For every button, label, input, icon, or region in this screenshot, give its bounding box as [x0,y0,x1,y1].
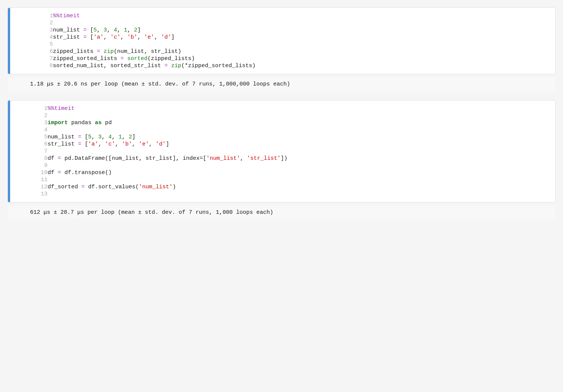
code-token: = [117,56,127,62]
notebook-cell-1[interactable]: 1%%timeit23num_list = [5, 3, 4, 1, 2]4st… [8,8,555,74]
code-token: str_list [48,141,75,147]
code-token: ) [173,184,176,190]
line-number: 8 [16,62,53,69]
code-token: , [104,34,110,41]
code-content [48,191,549,198]
line-number: 5 [16,41,53,48]
code-token: = [93,48,104,55]
line-number: 4 [16,126,48,134]
code-token: 4 [108,134,112,140]
code-line-row: 13 [16,191,549,198]
code-token: , [117,27,124,33]
code-token: [ [90,27,93,33]
line-number: 6 [16,141,48,148]
code-token: sorted_num_list, sorted_str_list [53,63,161,69]
code-token: ] [137,27,141,33]
line-number: 10 [16,169,48,176]
code-content: str_list = ['a', 'c', 'b', 'e', 'd'] [48,141,549,148]
code-line-row: 4 [16,126,549,134]
code-token: = [75,141,85,147]
line-number: 1 [16,12,53,20]
code-content: df = df.transpose() [48,169,549,176]
code-content [48,148,549,155]
code-token: = [75,134,85,140]
code-content: zipped_sorted_lists = sorted(zipped_list… [53,55,549,62]
notebook-cell-2[interactable]: 1%%timeit23import pandas as pd45num_list… [8,100,555,203]
code-token: sorted [127,56,148,62]
code-content: %%timeit [48,105,549,112]
code-content [53,20,549,27]
code-token: , [149,141,156,147]
code-token: pd [102,120,112,126]
code-token: 'b' [127,34,137,41]
cell-output-2: 612 μs ± 28.7 μs per loop (mean ± std. d… [8,206,555,219]
code-token: , [120,34,127,41]
code-token: ] [166,141,169,147]
code-token: , [102,134,108,140]
code-token: , [132,141,139,147]
line-number: 13 [16,191,48,198]
code-line-row: 3import pandas as pd [16,119,549,126]
line-number: 7 [16,55,53,62]
code-line-row: 12df_sorted = df.sort_values('num_list') [16,183,549,191]
code-content: %%timeit [53,12,549,20]
code-token: pd.DataFrame([num_list, str_list], index… [65,155,206,162]
code-line-row: 1%%timeit [16,105,549,112]
code-token: zip [104,48,114,55]
cell-code-area: 1%%timeit23num_list = [5, 3, 4, 1, 2]4st… [10,8,555,74]
code-line-row: 1%%timeit [16,12,549,20]
code-content: df = pd.DataFrame([num_list, str_list], … [48,155,549,162]
code-content: zipped_lists = zip(num_list, str_list) [53,48,549,55]
line-number: 1 [16,105,48,112]
code-token: [ [90,34,93,41]
line-number: 12 [16,183,48,191]
line-number: 9 [16,162,48,169]
line-number: 3 [16,27,53,34]
code-token: 'num_list' [139,184,173,190]
cell-code-area: 1%%timeit23import pandas as pd45num_list… [10,101,555,202]
line-number: 7 [16,148,48,155]
code-content [48,112,549,119]
line-number: 4 [16,34,53,41]
code-token: [ [85,134,88,140]
code-token: 3 [98,134,102,140]
code-content: sorted_num_list, sorted_str_list = zip(*… [53,62,549,69]
code-token: ] [132,134,135,140]
code-token: 'str_list' [247,155,281,162]
code-token: (num_list, str_list) [114,48,181,55]
code-token: 5 [88,134,92,140]
code-token: , [92,134,98,140]
code-line-row: 7 [16,148,549,155]
code-token: , [97,27,104,33]
code-token: , [240,155,247,162]
code-token: , [107,27,114,33]
code-token: (zipped_lists) [148,56,195,62]
code-token: 3 [104,27,107,33]
code-content [48,162,549,169]
code-token: 'd' [161,34,171,41]
code-token: 'b' [122,141,132,147]
code-content [48,176,549,183]
code-token: , [112,134,119,140]
code-line-row: 6str_list = ['a', 'c', 'b', 'e', 'd'] [16,141,549,148]
code-token: , [122,134,129,140]
code-token: 'e' [139,141,149,147]
code-token: 5 [93,27,97,33]
code-token: , [127,27,134,33]
code-token: 'c' [110,34,120,41]
code-line-row: 5num_list = [5, 3, 4, 1, 2] [16,134,549,141]
code-token: 'c' [105,141,115,147]
code-line-row: 4str_list = ['a', 'c', 'b', 'e', 'd'] [16,34,549,41]
code-token: zip [171,63,181,69]
code-token: df [48,170,54,176]
code-token: import [48,120,68,126]
cell-output-1: 1.18 μs ± 20.6 ns per loop (mean ± std. … [8,77,555,91]
line-number: 2 [16,20,53,27]
code-token: = [78,184,88,190]
code-token: pandas [68,120,95,126]
code-line-row: 9 [16,162,549,169]
code-token: = [54,170,65,176]
code-content: num_list = [5, 3, 4, 1, 2] [53,27,549,34]
code-token: 'a' [93,34,104,41]
code-line-row: 2 [16,20,549,27]
